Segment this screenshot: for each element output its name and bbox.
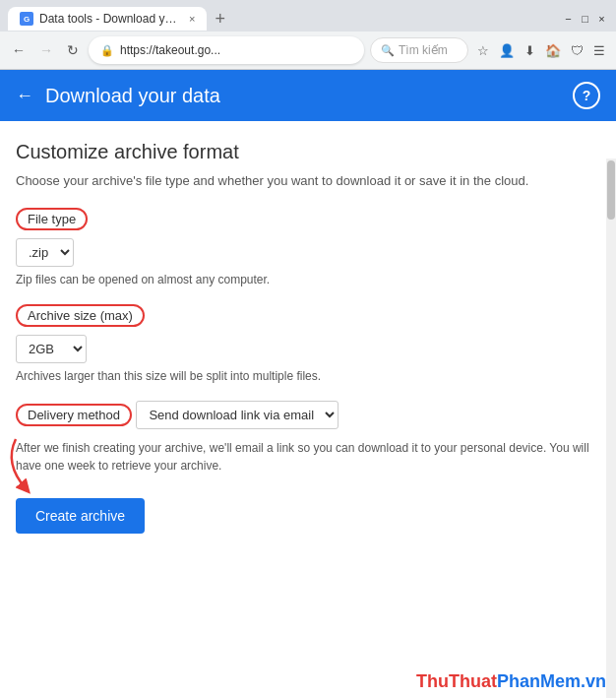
download-icon[interactable]: ⬇	[522, 40, 538, 61]
page-title: Download your data	[45, 85, 561, 107]
back-button[interactable]: ←	[8, 38, 30, 62]
watermark-phan: Phan	[497, 671, 540, 691]
archive-size-label: Archive size (max)	[16, 304, 145, 327]
maximize-button[interactable]: □	[579, 13, 591, 26]
archive-size-helper: Archives larger than this size will be s…	[16, 369, 600, 383]
create-archive-container: Create archive	[16, 498, 145, 534]
tab-favicon: G	[20, 12, 33, 26]
watermark-thuat: Thuat	[449, 671, 497, 691]
refresh-button[interactable]: ↻	[63, 38, 83, 62]
delivery-label: Delivery method	[16, 404, 132, 426]
search-placeholder: Tìm kiếm	[399, 43, 448, 57]
lock-icon: 🔒	[100, 44, 114, 57]
new-tab-button[interactable]: +	[207, 7, 233, 32]
file-type-helper: Zip files can be opened on almost any co…	[16, 273, 600, 286]
forward-button[interactable]: →	[35, 38, 57, 62]
url-text: https://takeout.go...	[120, 43, 220, 57]
watermark-vn: .vn	[581, 671, 606, 691]
search-box[interactable]: 🔍 Tìm kiếm	[370, 37, 468, 63]
file-type-section: File type .zip .tgz Zip files can be ope…	[16, 208, 600, 286]
scrollbar-thumb[interactable]	[607, 160, 615, 220]
delivery-section: Delivery method Send download link via e…	[16, 401, 600, 475]
tab-title: Data tools - Download your...	[39, 12, 177, 26]
bookmark-icon[interactable]: ☆	[474, 40, 492, 61]
header-back-button[interactable]: ←	[16, 86, 33, 106]
file-type-label: File type	[16, 208, 88, 230]
delivery-description: After we finish creating your archive, w…	[16, 439, 600, 475]
archive-size-select[interactable]: 1GB 2GB 4GB 10GB 50GB	[16, 335, 87, 363]
create-archive-button[interactable]: Create archive	[16, 498, 145, 534]
watermark: ThuThuatPhanMem.vn	[416, 671, 606, 692]
section-title: Customize archive format	[16, 141, 600, 163]
address-bar[interactable]: 🔒 https://takeout.go...	[89, 36, 364, 64]
scrollbar-track[interactable]	[606, 159, 616, 698]
delivery-method-select[interactable]: Send download link via email Add to Driv…	[136, 401, 339, 429]
account-icon[interactable]: 👤	[496, 40, 518, 61]
shield-icon[interactable]: 🛡	[568, 40, 586, 61]
search-icon: 🔍	[381, 44, 395, 57]
main-content: Customize archive format Choose your arc…	[0, 121, 616, 698]
archive-size-section: Archive size (max) 1GB 2GB 4GB 10GB 50GB…	[16, 304, 600, 383]
watermark-mem: Mem	[540, 671, 581, 691]
tab-close-btn[interactable]: ×	[189, 13, 195, 25]
home-icon[interactable]: 🏠	[542, 40, 564, 61]
minimize-button[interactable]: −	[562, 13, 575, 26]
page-header: ← Download your data ?	[0, 70, 616, 121]
help-button[interactable]: ?	[573, 82, 600, 109]
section-description: Choose your archive's file type and whet…	[16, 173, 600, 188]
close-button[interactable]: ×	[595, 13, 608, 26]
menu-icon[interactable]: ☰	[590, 40, 608, 61]
file-type-select[interactable]: .zip .tgz	[16, 238, 74, 267]
active-tab[interactable]: G Data tools - Download your... ×	[8, 7, 207, 31]
watermark-thu: Thu	[416, 671, 449, 691]
